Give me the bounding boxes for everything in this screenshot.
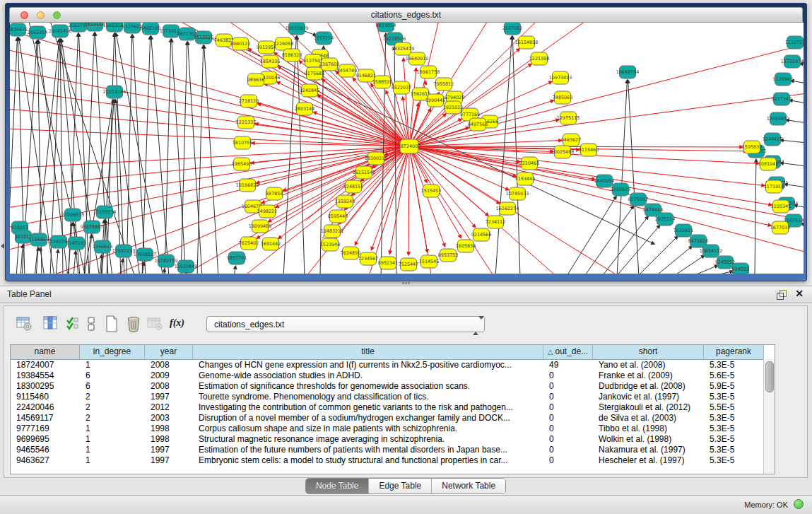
table-cell[interactable]: 2	[80, 413, 145, 424]
table-cell[interactable]: Disruption of a novel member of a sodium…	[193, 413, 543, 424]
table-row[interactable]: 2242004622012Investigating the contribut…	[11, 402, 775, 413]
table-cell[interactable]: Investigating the contribution of common…	[193, 402, 543, 413]
table-cell[interactable]: 9463627	[11, 455, 80, 466]
tab-edge-table[interactable]: Edge Table	[369, 479, 432, 493]
column-header-short[interactable]: short	[593, 345, 704, 359]
table-cell[interactable]: Estimation of significance thresholds fo…	[193, 381, 543, 392]
tab-network-table[interactable]: Network Table	[432, 479, 505, 493]
new-document-icon[interactable]	[105, 315, 119, 336]
table-cell[interactable]: 1997	[145, 445, 193, 455]
table-cell[interactable]: 22420046	[11, 402, 80, 413]
table-cell[interactable]: Yano et al. (2008)	[593, 360, 704, 370]
table-cell[interactable]: Nakamura et al. (1997)	[593, 445, 704, 455]
table-cell[interactable]: 9465546	[11, 445, 80, 455]
network-canvas[interactable]: 1872400724355722065914206914062093719182…	[10, 23, 804, 274]
table-row[interactable]: 969969511998Structural magnetic resonanc…	[11, 434, 775, 445]
table-cell[interactable]: 0	[543, 392, 593, 402]
table-cell[interactable]: 9699695	[11, 434, 80, 445]
network-window-titlebar[interactable]: citations_edges.txt	[9, 7, 803, 23]
table-cell[interactable]: 2008	[145, 360, 193, 370]
table-cell[interactable]: 1998	[145, 434, 193, 445]
table-cell[interactable]: 0	[543, 434, 593, 445]
table-cell[interactable]: 5.3E-5	[704, 392, 764, 402]
table-cell[interactable]: 2003	[145, 413, 193, 424]
table-row[interactable]: 1938455462009Genome-wide association stu…	[11, 370, 775, 381]
float-panel-icon[interactable]	[777, 290, 787, 299]
table-cell[interactable]: 5.6E-5	[704, 370, 764, 381]
table-cell[interactable]: Dudbridge et al. (2008)	[593, 381, 704, 392]
close-panel-icon[interactable]: ✕	[795, 288, 804, 299]
table-cell[interactable]: 5.3E-5	[704, 360, 764, 370]
table-cell[interactable]: 1998	[145, 424, 193, 434]
merge-rows-icon[interactable]	[86, 315, 96, 336]
table-cell[interactable]: 9115460	[11, 392, 80, 402]
table-cell[interactable]: 5.3E-5	[704, 434, 764, 445]
table-row[interactable]: 1830029562008Estimation of significance …	[11, 381, 775, 392]
table-cell[interactable]: 0	[543, 370, 593, 381]
table-cell[interactable]: 5.3E-5	[704, 424, 764, 434]
table-cell[interactable]: Estimation of the future numbers of pati…	[193, 445, 543, 455]
scrollbar-thumb[interactable]	[765, 361, 774, 392]
table-cell[interactable]: 2	[80, 392, 145, 402]
network-window[interactable]: citations_edges.txt 18724007243557220659…	[5, 3, 807, 281]
table-cell[interactable]: 1	[80, 445, 145, 455]
table-row[interactable]: 911546021997Tourette syndrome. Phenomeno…	[11, 392, 775, 402]
table-settings-icon[interactable]	[16, 315, 33, 334]
column-header-out-de-[interactable]: △out_de...	[543, 345, 593, 359]
table-cell[interactable]: Embryonic stem cells: a model to study s…	[193, 455, 543, 466]
table-cell[interactable]: Corpus callosum shape and size in male p…	[193, 424, 543, 434]
table-cell[interactable]: Structural magnetic resonance image aver…	[193, 434, 543, 445]
table-select-dropdown[interactable]: citations_edges.txt	[206, 316, 485, 332]
table-cell[interactable]: 1997	[145, 392, 193, 402]
table-cell[interactable]: 49	[543, 360, 593, 370]
panel-collapse-arrow-icon[interactable]	[1, 243, 4, 249]
table-cell[interactable]: de Silva et al. (2003)	[593, 413, 704, 424]
table-cell[interactable]: 5.5E-5	[704, 402, 764, 413]
table-cell[interactable]: 18300295	[11, 381, 80, 392]
table-cell[interactable]: Jankovic et al. (1997)	[593, 392, 704, 402]
row-select-icon[interactable]	[65, 315, 79, 334]
memory-ok-indicator-icon[interactable]	[794, 499, 804, 509]
table-cell[interactable]: Franke et al. (2009)	[593, 370, 704, 381]
table-cell[interactable]: 5.3E-5	[704, 455, 764, 466]
citation-network-graph[interactable]: 1872400724355722065914206914062093719182…	[10, 23, 804, 274]
table-cell[interactable]: 5.3E-5	[704, 413, 764, 424]
table-cell[interactable]: Hescheler et al. (1997)	[593, 455, 704, 466]
table-cell[interactable]: 2012	[145, 402, 193, 413]
column-header-name[interactable]: name	[11, 345, 80, 359]
table-cell[interactable]: 0	[543, 445, 593, 455]
table-cell[interactable]: 2008	[145, 381, 193, 392]
table-cell[interactable]: Genome-wide association studies in ADHD.	[193, 370, 543, 381]
vertical-scrollbar[interactable]	[763, 359, 775, 474]
table-cell[interactable]: Stergiakouli et al. (2012)	[593, 402, 704, 413]
table-row[interactable]: 946362711997Embryonic stem cells: a mode…	[11, 455, 775, 466]
table-cell[interactable]: 1	[80, 360, 145, 370]
table-cell[interactable]: 2	[80, 402, 145, 413]
table-cell[interactable]: 6	[80, 381, 145, 392]
table-cell[interactable]: 1	[80, 424, 145, 434]
table-cell[interactable]: 9777169	[11, 424, 80, 434]
table-cell[interactable]: Tourette syndrome. Phenomenology and cla…	[193, 392, 543, 402]
table-cell[interactable]: 0	[543, 413, 593, 424]
table-cell[interactable]: 1	[80, 455, 145, 466]
table-cell[interactable]: 6	[80, 370, 145, 381]
table-cell[interactable]: 0	[543, 402, 593, 413]
table-cell[interactable]: Tibbo et al. (1998)	[593, 424, 704, 434]
function-builder-icon[interactable]: f(x)	[170, 317, 184, 329]
table-cell[interactable]: 5.9E-5	[704, 381, 764, 392]
table-cell[interactable]: Wolkin et al. (1998)	[593, 434, 704, 445]
column-header-in-degree[interactable]: in_degree	[80, 345, 145, 359]
table-cell[interactable]: 0	[543, 381, 593, 392]
table-cell[interactable]: 14569117	[11, 413, 80, 424]
table-cell[interactable]: Changes of HCN gene expression and I(f) …	[193, 360, 543, 370]
table-cell[interactable]: 18724007	[11, 360, 80, 370]
column-header-year[interactable]: year	[145, 345, 193, 359]
table-row[interactable]: 1872400712008Changes of HCN gene express…	[11, 360, 775, 370]
table-cell[interactable]: 19384554	[11, 370, 80, 381]
table-cell[interactable]: 1	[80, 434, 145, 445]
table-row[interactable]: 977716911998Corpus callosum shape and si…	[11, 424, 775, 434]
column-header-pagerank[interactable]: pagerank	[704, 345, 764, 359]
column-visibility-icon[interactable]	[42, 315, 58, 334]
table-cell[interactable]: 5.3E-5	[704, 445, 764, 455]
table-cell[interactable]: 0	[543, 455, 593, 466]
